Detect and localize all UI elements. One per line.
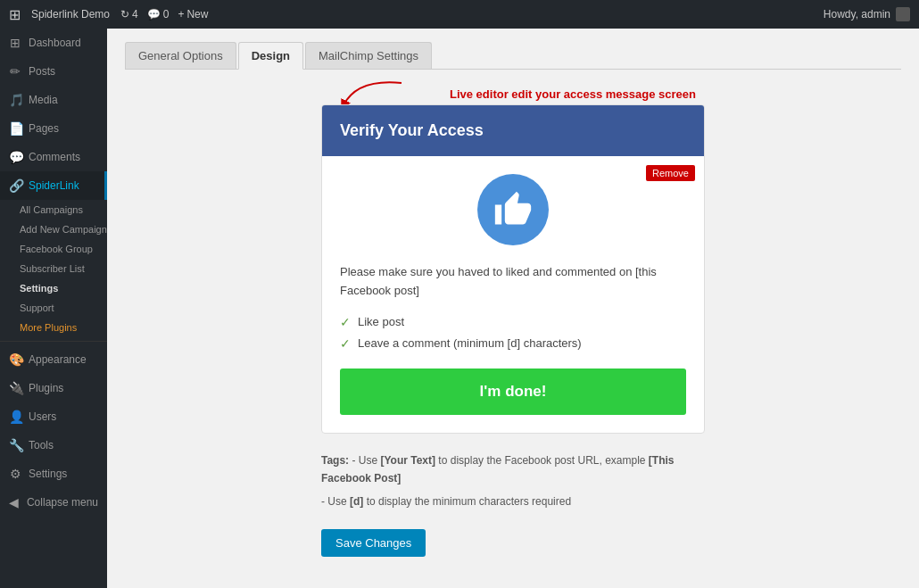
save-changes-button[interactable]: Save Changes (321, 529, 426, 557)
howdy-text: Howdy, admin (824, 7, 910, 21)
spiderlink-icon: 🔗 (9, 178, 21, 193)
preview-wrapper: Verify Your Access Remove Please make su… (321, 104, 705, 434)
sidebar-item-dashboard[interactable]: ⊞ Dashboard (0, 29, 107, 57)
tab-nav: General Options Design MailChimp Setting… (125, 42, 901, 70)
collapse-icon: ◀ (9, 495, 20, 509)
admin-menu: ⊞ Dashboard ✏ Posts 🎵 Media 📄 Pages 💬 Co… (0, 29, 107, 588)
sidebar-item-tools[interactable]: 🔧 Tools (0, 431, 107, 460)
admin-bar-items: ↻ 4 💬 0 + New (120, 8, 208, 21)
posts-icon: ✏ (9, 64, 21, 79)
comments-icon: 💬 (9, 150, 21, 164)
tools-icon: 🔧 (9, 438, 21, 452)
card-body: Remove Please make sure you haved to lik… (322, 156, 704, 433)
tags-section: Tags: - Use [Your Text] to display the F… (321, 451, 705, 511)
sidebar-item-media[interactable]: 🎵 Media (0, 86, 107, 114)
dashboard-icon: ⊞ (9, 36, 21, 50)
submenu-support[interactable]: Support (0, 298, 107, 318)
done-button[interactable]: I'm done! (340, 369, 686, 415)
remove-button[interactable]: Remove (646, 165, 695, 181)
admin-bar: ⊞ Spiderlink Demo ↻ 4 💬 0 + New Howdy, a… (0, 0, 919, 29)
card-header: Verify Your Access (322, 105, 704, 156)
plugins-icon: 🔌 (9, 381, 21, 395)
tab-general-options[interactable]: General Options (125, 42, 236, 69)
settings-icon: ⚙ (9, 467, 21, 481)
check-leave-comment: ✓ Leave a comment (minimum [d] character… (340, 336, 686, 351)
new-item[interactable]: + New (178, 8, 208, 21)
users-icon: 👤 (9, 410, 21, 424)
sidebar-item-users[interactable]: 👤 Users (0, 402, 107, 431)
sidebar-item-pages[interactable]: 📄 Pages (0, 114, 107, 143)
site-name[interactable]: Spiderlink Demo (31, 8, 110, 21)
avatar (896, 7, 910, 21)
live-editor-note: Live editor edit your access message scr… (450, 87, 696, 101)
submenu-subscriber-list[interactable]: Subscriber List (0, 259, 107, 278)
sidebar-item-settings[interactable]: ⚙ Settings (0, 460, 107, 488)
thumbs-up-svg (493, 190, 533, 229)
card-description: Please make sure you haved to liked and … (340, 263, 686, 301)
sidebar-item-plugins[interactable]: 🔌 Plugins (0, 374, 107, 402)
sidebar-item-appearance[interactable]: 🎨 Appearance (0, 345, 107, 374)
wp-layout: ⊞ Dashboard ✏ Posts 🎵 Media 📄 Pages 💬 Co… (0, 29, 919, 588)
submenu-more-plugins[interactable]: More Plugins (0, 318, 107, 337)
sidebar-item-spiderlink[interactable]: 🔗 SpiderLink (0, 171, 107, 200)
appearance-icon: 🎨 (9, 352, 21, 367)
submenu-all-campaigns[interactable]: All Campaigns (0, 200, 107, 219)
card-title: Verify Your Access (340, 121, 686, 140)
tags-line1: Tags: - Use [Your Text] to display the F… (321, 451, 705, 488)
menu-separator (0, 341, 107, 342)
sidebar-item-collapse[interactable]: ◀ Collapse menu (0, 488, 107, 517)
comments-item[interactable]: 💬 0 (147, 8, 170, 21)
main-content: General Options Design MailChimp Setting… (107, 29, 919, 588)
submenu-settings[interactable]: Settings (0, 278, 107, 298)
tab-design[interactable]: Design (238, 42, 303, 70)
checkmark-icon-2: ✓ (340, 336, 351, 351)
checkmark-icon: ✓ (340, 315, 351, 329)
pages-icon: 📄 (9, 121, 21, 136)
sidebar-item-comments[interactable]: 💬 Comments (0, 143, 107, 171)
thumbs-up-icon (477, 174, 549, 245)
submenu-facebook-group[interactable]: Facebook Group (0, 239, 107, 259)
tags-line2: - Use [d] to display the minimum charact… (321, 493, 705, 510)
tab-mailchimp[interactable]: MailChimp Settings (305, 42, 432, 69)
updates-item[interactable]: ↻ 4 (120, 8, 138, 21)
media-icon: 🎵 (9, 93, 21, 107)
content-wrap: General Options Design MailChimp Setting… (107, 29, 919, 588)
submenu-add-campaign[interactable]: Add New Campaign (0, 219, 107, 239)
check-like-post: ✓ Like post (340, 315, 686, 329)
sidebar-item-posts[interactable]: ✏ Posts (0, 57, 107, 86)
preview-card: Verify Your Access Remove Please make su… (321, 104, 705, 434)
wp-logo-icon[interactable]: ⊞ (9, 6, 21, 23)
save-section: Save Changes (321, 529, 705, 575)
live-editor-note-container: Live editor edit your access message scr… (321, 87, 705, 101)
